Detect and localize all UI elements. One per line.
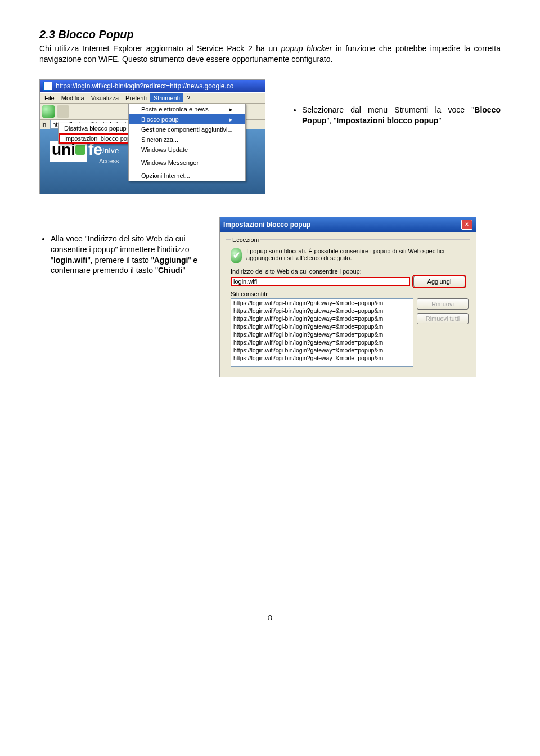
ie-icon xyxy=(43,82,52,91)
menu-tools[interactable]: Strumenti xyxy=(150,93,183,102)
dlg-title: Impostazioni blocco popup xyxy=(223,221,310,229)
add-button[interactable]: Aggiungi xyxy=(413,276,465,287)
page-number: 8 xyxy=(39,614,501,622)
remove-button[interactable]: Rimuovi xyxy=(417,298,469,310)
ie-menubar: File Modifica Visualizza Preferiti Strum… xyxy=(40,92,265,104)
tools-winupdate[interactable]: Windows Update xyxy=(129,145,245,155)
allowed-sites-list[interactable]: https://login.wifi/cgi-bin/login?gateway… xyxy=(231,298,413,367)
menu-edit[interactable]: Modifica xyxy=(58,93,88,102)
list-item[interactable]: https://login.wifi/cgi-bin/login?gateway… xyxy=(231,338,413,346)
screenshot-ie-menus: https://login.wifi/cgi-bin/login?redirec… xyxy=(39,79,266,194)
instruction-2: Alla voce "Indirizzo del sito Web da cui… xyxy=(39,217,202,276)
tools-menu: Posta elettronica e news Blocco popup Ge… xyxy=(128,104,246,181)
section-title: 2.3 Blocco Popup xyxy=(39,28,501,41)
list-item[interactable]: https://login.wifi/cgi-bin/login?gateway… xyxy=(231,323,413,330)
menu-help[interactable]: ? xyxy=(183,93,194,102)
screenshot-popup-settings: Impostazioni blocco popup × Eccezioni ✔ … xyxy=(219,217,476,377)
site-line1: Unive xyxy=(99,146,119,155)
tools-sync[interactable]: Sincronizza... xyxy=(129,135,245,145)
tools-blocco-popup[interactable]: Blocco popup xyxy=(129,114,245,124)
dlg-titlebar: Impostazioni blocco popup × xyxy=(220,217,476,232)
address-input-field[interactable]: login.wifi xyxy=(231,277,410,286)
info-icon: ✔ xyxy=(231,248,242,263)
list-item[interactable]: https://login.wifi/cgi-bin/login?gateway… xyxy=(231,354,413,362)
intro-paragraph: Chi utilizza Internet Explorer aggiornat… xyxy=(39,43,501,65)
close-icon[interactable]: × xyxy=(461,220,472,230)
tools-messenger[interactable]: Windows Messenger xyxy=(129,158,245,168)
fieldset-legend: Eccezioni xyxy=(231,236,260,243)
list-item[interactable]: https://login.wifi/cgi-bin/login?gateway… xyxy=(231,315,413,323)
window-title: https://login.wifi/cgi-bin/login?redirec… xyxy=(56,82,234,90)
back-button[interactable] xyxy=(42,105,55,118)
tools-mail-news[interactable]: Posta elettronica e news xyxy=(129,104,245,114)
address-label: In xyxy=(41,121,48,128)
tools-addons[interactable]: Gestione componenti aggiuntivi... xyxy=(129,124,245,135)
instruction-1: Selezionare dal menu Strumenti la voce "… xyxy=(291,79,501,126)
list-item[interactable]: https://login.wifi/cgi-bin/login?gateway… xyxy=(231,330,413,338)
menu-file[interactable]: File xyxy=(41,93,58,102)
tools-inetopts[interactable]: Opzioni Internet... xyxy=(129,171,245,181)
ie-titlebar: https://login.wifi/cgi-bin/login?redirec… xyxy=(40,80,265,92)
exceptions-fieldset: Eccezioni ✔ I popup sono bloccati. È pos… xyxy=(226,236,470,372)
address-field-label: Indirizzo del sito Web da cui consentire… xyxy=(231,268,465,275)
allowed-list-label: Siti consentiti: xyxy=(231,290,465,297)
menu-fav[interactable]: Preferiti xyxy=(122,93,150,102)
remove-all-button[interactable]: Rimuovi tutti xyxy=(417,313,469,324)
fwd-button[interactable] xyxy=(57,105,69,118)
list-item[interactable]: https://login.wifi/cgi-bin/login?gateway… xyxy=(231,346,413,354)
site-line2: Access xyxy=(99,158,119,164)
menu-view[interactable]: Visualizza xyxy=(88,93,122,102)
note-text: I popup sono bloccati. È possibile conse… xyxy=(246,248,465,261)
list-item[interactable]: https://login.wifi/cgi-bin/login?gateway… xyxy=(231,299,413,307)
list-item[interactable]: https://login.wifi/cgi-bin/login?gateway… xyxy=(231,307,413,315)
